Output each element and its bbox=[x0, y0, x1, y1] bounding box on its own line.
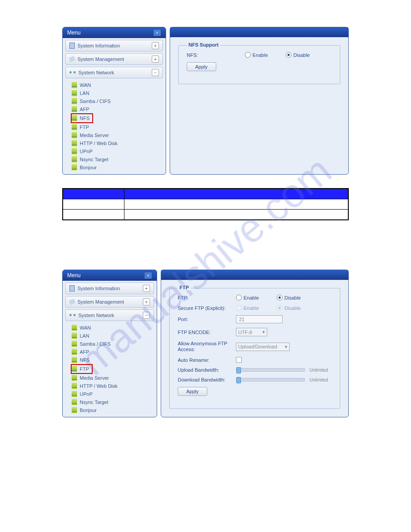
tree-item-afp[interactable]: AFP bbox=[72, 348, 157, 356]
radio-label: Enable bbox=[253, 52, 268, 58]
upload-bw-slider[interactable] bbox=[236, 368, 305, 372]
ftp-label: FTP: bbox=[178, 295, 236, 300]
apply-button[interactable]: Apply bbox=[187, 62, 216, 71]
section-label: System Network bbox=[78, 70, 114, 75]
section-system-network[interactable]: System Network − bbox=[65, 67, 163, 78]
chevron-down-icon: ▾ bbox=[262, 329, 265, 335]
ftp-disable-radio[interactable]: Disable bbox=[277, 295, 301, 300]
menu-title: Menu bbox=[67, 30, 81, 36]
info-table bbox=[62, 188, 349, 220]
tree-item-http[interactable]: HTTP / Web Disk bbox=[72, 382, 157, 390]
secure-ftp-label: Secure FTP (Explicit): bbox=[178, 305, 236, 311]
tree-item-bonjour[interactable]: Bonjour bbox=[72, 163, 166, 172]
radio-label: Disable bbox=[284, 305, 301, 311]
ftp-enable-radio[interactable]: Enable bbox=[236, 295, 259, 300]
nfs-fieldset: NFS Support NFS: Enable Disable Apply bbox=[178, 45, 340, 84]
table-header bbox=[63, 189, 348, 199]
tree-item-bonjour[interactable]: Bonjour bbox=[72, 406, 157, 414]
radio-icon bbox=[277, 305, 283, 311]
collapse-icon[interactable]: − bbox=[143, 312, 150, 319]
radio-icon bbox=[236, 295, 242, 300]
tree-item-afp[interactable]: AFP bbox=[72, 105, 166, 113]
rename-label: Auto Rename: bbox=[178, 357, 236, 363]
content-header bbox=[161, 270, 348, 280]
nav-tree: WAN LAN Samba / CIFS AFP NFS FTP Media S… bbox=[63, 80, 166, 174]
table-row bbox=[63, 210, 348, 220]
section-label: System Network bbox=[78, 313, 114, 318]
slider-handle[interactable] bbox=[236, 367, 241, 373]
menu-header: Menu « bbox=[63, 270, 157, 281]
select-value: UTF-8 bbox=[238, 330, 252, 335]
nfs-disable-radio[interactable]: Disable bbox=[286, 52, 310, 58]
nfs-label: NFS: bbox=[187, 52, 245, 58]
section-system-information[interactable]: System Information + bbox=[65, 283, 154, 294]
radio-icon bbox=[236, 305, 242, 311]
tree-item-media[interactable]: Media Server bbox=[72, 131, 166, 139]
section-system-information[interactable]: System Information + bbox=[65, 40, 163, 51]
section-label: System Management bbox=[77, 56, 124, 62]
tree-item-upnp[interactable]: UPnP bbox=[72, 147, 166, 155]
expand-icon[interactable]: + bbox=[152, 42, 159, 49]
content-panel: FTP FTP: Enable Disable Secure FTP (Expl… bbox=[161, 270, 349, 417]
port-input[interactable]: 21 bbox=[236, 315, 283, 323]
tree-item-samba[interactable]: Samba / CIFS bbox=[72, 340, 157, 348]
network-icon bbox=[69, 313, 76, 317]
encode-select[interactable]: UTF-8▾ bbox=[236, 328, 267, 336]
encode-label: FTP ENCODE: bbox=[178, 330, 236, 335]
anon-select[interactable]: Upload/Download▾ bbox=[236, 343, 290, 351]
radio-label: Disable bbox=[284, 295, 301, 300]
section-label: System Information bbox=[77, 286, 120, 291]
fieldset-legend: FTP bbox=[178, 285, 191, 290]
anon-label: Allow Anonymous FTP Access: bbox=[178, 341, 236, 352]
tree-item-wan[interactable]: WAN bbox=[72, 324, 157, 332]
tree-item-http[interactable]: HTTP / Web Disk bbox=[72, 139, 166, 147]
tree-item-nfs[interactable]: NFS bbox=[72, 356, 157, 364]
tool-icon bbox=[69, 299, 76, 305]
tree-item-nsync[interactable]: Nsync Target bbox=[72, 398, 157, 406]
tree-item-upnp[interactable]: UPnP bbox=[72, 390, 157, 398]
section-system-management[interactable]: System Management + bbox=[65, 296, 154, 308]
menu-title: Menu bbox=[67, 272, 81, 279]
nav-tree: WAN LAN Samba / CIFS AFP NFS FTP Media S… bbox=[63, 323, 157, 417]
page-icon bbox=[69, 285, 75, 292]
nfs-enable-radio[interactable]: Enable bbox=[245, 52, 268, 58]
select-value: Upload/Download bbox=[238, 344, 277, 349]
radio-label: Disable bbox=[293, 52, 310, 58]
menu-header: Menu « bbox=[63, 27, 166, 38]
tree-item-nsync[interactable]: Nsync Target bbox=[72, 155, 166, 163]
expand-icon[interactable]: + bbox=[152, 56, 159, 63]
table-row bbox=[63, 199, 348, 210]
download-bw-slider[interactable] bbox=[236, 378, 305, 382]
tree-item-ftp[interactable]: FTP bbox=[72, 123, 166, 131]
tree-item-media[interactable]: Media Server bbox=[72, 374, 157, 382]
expand-icon[interactable]: + bbox=[143, 285, 150, 292]
tree-item-nfs[interactable]: NFS bbox=[71, 113, 93, 123]
rename-checkbox[interactable] bbox=[236, 357, 242, 363]
collapse-icon[interactable]: « bbox=[144, 272, 152, 279]
radio-label: Enable bbox=[244, 305, 259, 311]
tree-item-lan[interactable]: LAN bbox=[72, 332, 157, 340]
chevron-down-icon: ▾ bbox=[285, 344, 287, 350]
section-label: System Information bbox=[77, 43, 120, 48]
collapse-icon[interactable]: − bbox=[152, 69, 159, 76]
tree-item-samba[interactable]: Samba / CIFS bbox=[72, 97, 166, 105]
tree-item-lan[interactable]: LAN bbox=[72, 89, 166, 97]
section-system-management[interactable]: System Management + bbox=[65, 53, 163, 65]
network-icon bbox=[69, 70, 76, 75]
expand-icon[interactable]: + bbox=[143, 298, 150, 305]
collapse-icon[interactable]: « bbox=[153, 29, 161, 36]
upload-bw-label: Upload Bandwidth: bbox=[178, 367, 236, 373]
screenshot-1: Menu « System Information + System Manag… bbox=[62, 27, 349, 175]
apply-button[interactable]: Apply bbox=[178, 387, 207, 396]
secure-enable-radio: Enable bbox=[236, 305, 259, 311]
secure-disable-radio: Disable bbox=[277, 305, 301, 311]
screenshot-2: Menu « System Information + System Manag… bbox=[62, 270, 349, 417]
slider-handle[interactable] bbox=[236, 377, 241, 383]
tree-item-ftp[interactable]: FTP bbox=[71, 364, 93, 374]
radio-icon bbox=[277, 295, 283, 300]
tool-icon bbox=[69, 56, 76, 62]
page-icon bbox=[69, 43, 75, 49]
tree-item-wan[interactable]: WAN bbox=[72, 81, 166, 89]
port-label: Port: bbox=[178, 317, 236, 322]
section-system-network[interactable]: System Network − bbox=[65, 309, 154, 321]
